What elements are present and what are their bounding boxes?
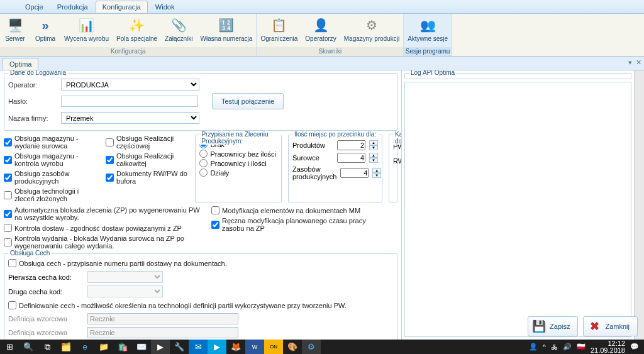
log-content [404,82,631,337]
close-button[interactable]: ✖ Zamknij [583,316,638,336]
log-title: Log API Optima [409,70,457,76]
tb-app2[interactable]: ▶ [151,340,170,354]
chk-magazyn-wyrob[interactable]: Obsługa magazynu - kontrola wyrobu [4,152,99,167]
prec-zasoby-input[interactable] [340,168,369,178]
ribbon-ograniczenia[interactable]: 📋Ograniczenia [257,14,301,47]
radio-pracownicy-bez[interactable]: Pracownicy bez ilości [199,150,277,158]
menu-widok[interactable]: Widok [149,1,181,13]
wzorcowa2-label: Definicja wzorcowa [8,329,84,336]
menu-konfiguracja[interactable]: Konfiguracja [96,1,148,13]
tb-app1[interactable]: 🗂️ [57,340,75,354]
start-button[interactable]: ⊞ [0,340,19,354]
ribbon-numeracja[interactable]: 🔢Własna numeracja [197,14,257,47]
chk-realizacja-czesciowa[interactable]: Obsługa Realizacji częściowej [106,135,189,150]
optima-icon: » [36,16,54,34]
chk-auto-blokada[interactable]: Automatyczna blokada zlecenia (ZP) po wy… [4,206,205,221]
tb-edge[interactable]: e [75,340,94,354]
taskview-icon[interactable]: ⧉ [38,340,57,354]
ribbon-wycena[interactable]: 📊Wycena wyrobu [60,14,113,47]
spinner[interactable]: ▲▼ [369,140,378,150]
tb-app4[interactable]: ▶ [208,340,226,354]
chk-zasoby[interactable]: Obsługa zasobów produkcyjnych [4,170,99,185]
user-icon: 👤 [312,16,330,34]
close-icon: ✖ [587,319,601,333]
chk-kontrola-wydania[interactable]: Kontrola wydania - blokada Wydania surow… [4,235,205,250]
ribbon-serwer[interactable]: 🖥️Serwer [0,14,30,47]
prec-produkty-input[interactable] [337,140,365,150]
group-login: Dane do Logowania Operator: PRODUKCJA Ha… [4,73,397,131]
ribbon-optima[interactable]: »Optima [30,14,60,47]
clipboard-icon: 📋 [270,16,288,34]
chk-mod-mm[interactable]: Modyfikacja elementów na dokumentach MM [211,206,387,214]
chk-technologia[interactable]: Obsługa technologii i zleceń złożonych [4,187,99,202]
precision-title: Ilość miejsc po przecinku dla: [292,131,378,138]
chk-kontrola-dostaw[interactable]: Kontrola dostaw - zgodność dostaw powiąz… [4,224,205,232]
ribbon-operatorzy[interactable]: 👤Operatorzy [301,14,340,47]
menubar: Opcje Produkcja Konfiguracja Widok [0,0,644,14]
tb-paint[interactable]: 🎨 [283,340,302,354]
gear-icon: ⚙ [363,16,380,34]
chart-icon: 📊 [78,16,96,34]
assign-title: Przypisanie na Zleceniu Produkcyjnym: [199,131,281,145]
tb-word[interactable]: W [245,340,264,354]
ribbon: 🖥️Serwer »Optima 📊Wycena wyrobu ✨Pola sp… [0,14,644,57]
chk-definiowanie[interactable]: Definiowanie cech - możliwość określenia… [8,301,393,309]
rw-label: RW: [393,157,401,165]
ribbon-pola[interactable]: ✨Pola specjalne [113,14,161,47]
menu-opcje[interactable]: Opcje [19,1,50,13]
ribbon-zalaczniki[interactable]: 📎Załączniki [161,14,196,47]
window-close-icon[interactable]: ✕ [636,58,641,67]
prec-surowce-label: Surowce [292,154,333,162]
tb-explorer[interactable]: 📁 [94,340,113,354]
ribbon-aktywne-sesje[interactable]: 👥Aktywne sesje [404,14,452,47]
test-connection-button[interactable]: Testuj połączenie [212,93,284,109]
group-login-title: Dane do Logowania [8,70,68,76]
window-dropdown-icon[interactable]: ▾ [628,58,632,67]
chk-realizacja-calkowita[interactable]: Obsługa Realizacji całkowitej [106,152,189,167]
wzorcowa1-input [87,313,238,324]
prec-produkty-label: Produktów [292,141,333,149]
pierwsza-label: Pierwsza cecha kod: [8,274,84,281]
menu-produkcja[interactable]: Produkcja [51,1,94,13]
radio-dzialy[interactable]: Działy [199,169,277,177]
haslo-input[interactable] [61,96,198,107]
radio-pracownicy-ilosci[interactable]: Pracownicy i ilości [199,159,277,167]
tb-outlook[interactable]: ✉ [189,340,208,354]
categories-title: Kategorie dla dokumentów: [393,131,401,145]
tb-app5[interactable]: ON [264,340,283,354]
log-header: Log API Optima [404,73,631,79]
ribbon-magazyny[interactable]: ⚙Magazyny produkcji [340,14,403,47]
druga-label: Druga cecha kod: [8,288,84,296]
tb-mail[interactable]: ✉️ [132,340,151,354]
ribbon-group-sesje: Sesje programu [404,47,452,56]
spinner[interactable]: ▲▼ [372,168,381,178]
search-icon[interactable]: 🔍 [19,340,38,354]
druga-select [87,285,163,297]
chk-reczna-mod[interactable]: Ręczna modyfikacja planowanego czasu pra… [211,217,387,232]
tb-app6[interactable]: ⚙ [302,340,321,354]
attachment-icon: 📎 [170,16,187,34]
clock[interactable]: 12:12 21.09.2018 [591,340,625,354]
tray-volume-icon[interactable]: 🔊 [563,343,572,351]
tray-people-icon[interactable]: 👤 [529,343,538,351]
tb-firefox[interactable]: 🦊 [226,340,245,354]
cechy-title: Obsługa Cech [8,250,52,257]
chk-obsluga-cech[interactable]: Obsługa cech - przypisanie numeru partii… [8,259,393,267]
spinner[interactable]: ▲▼ [369,153,378,163]
prec-surowce-input[interactable] [337,153,365,163]
operator-label: Operator: [8,81,57,89]
tb-store[interactable]: 🛍️ [113,340,132,354]
tray-lang-icon[interactable]: 🇵🇱 [577,343,586,351]
tray-up-icon[interactable]: ^ [543,343,546,351]
tray-network-icon[interactable]: 🖧 [551,343,558,351]
firma-select[interactable]: Przemek [61,112,199,124]
chk-rwpw-bufor[interactable]: Dokumenty RW/PW do bufora [106,170,189,185]
wzorcowa2-input [87,327,238,338]
operator-select[interactable]: PRODUKCJA [61,79,199,91]
chk-magazyn-surowca[interactable]: Obsługa magazynu - wydanie surowca [4,135,99,150]
save-button[interactable]: 💾 Zapisz [528,316,578,336]
tab-optima[interactable]: Optima [3,58,38,70]
tray-notifications-icon[interactable]: 💬 [630,343,639,351]
vertical-scrollbar[interactable] [634,70,644,340]
tb-app3[interactable]: 🔧 [170,340,189,354]
